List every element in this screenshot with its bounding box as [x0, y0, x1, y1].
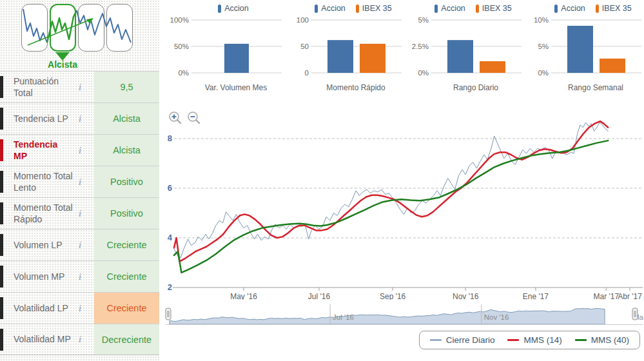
price-chart-legend: Cierre DiarioMMS (14)MMS (40) — [419, 331, 640, 349]
indicator-row: Momento Total LentoiPositivo — [0, 166, 159, 197]
legend-item[interactable]: IBEX 35 — [596, 4, 632, 13]
indicator-value: Creciente — [94, 229, 159, 260]
info-icon[interactable]: i — [73, 271, 87, 282]
svg-text:Jul '16: Jul '16 — [333, 313, 354, 321]
mini-chart-title: Var. Volumen Mes — [191, 83, 280, 92]
mini-chart-title: Rango Diario — [431, 83, 520, 92]
svg-text:8: 8 — [168, 133, 172, 143]
svg-text:0%: 0% — [418, 69, 429, 77]
legend-label: Cierre Diario — [446, 335, 495, 345]
legend-item[interactable]: IBEX 35 — [356, 4, 392, 13]
trend-card-2[interactable] — [50, 4, 76, 52]
info-icon[interactable]: i — [73, 113, 87, 124]
trend-card-4[interactable] — [106, 4, 133, 52]
indicator-row: Volatilidad LPiCreciente — [0, 292, 159, 324]
info-icon[interactable]: i — [73, 82, 87, 93]
indicator-label: Tendencia LP — [14, 113, 73, 124]
price-chart[interactable]: 8642May '16Jul '16Sep '16Nov '16Ene '17M… — [164, 105, 644, 300]
legend-item[interactable]: Accion — [218, 4, 249, 13]
legend-label: MMS (40) — [591, 335, 629, 345]
svg-text:Nov '16: Nov '16 — [484, 313, 509, 321]
bar-accion — [224, 44, 249, 73]
range-navigator[interactable]: Jul '16Nov '16Ma — [164, 303, 644, 329]
svg-text:6: 6 — [168, 183, 172, 193]
legend-item-mms14[interactable]: MMS (14) — [507, 335, 561, 345]
svg-text:0%: 0% — [178, 69, 189, 77]
row-accent-bar — [0, 329, 3, 351]
row-accent-bar — [0, 108, 3, 130]
indicator-row: Tendencia MPiAlcista — [0, 134, 159, 166]
row-accent-bar — [0, 202, 3, 224]
indicator-value: Alcista — [94, 103, 159, 134]
row-accent-bar — [0, 234, 3, 256]
svg-text:Abr '17: Abr '17 — [618, 292, 642, 300]
legend-item[interactable]: Accion — [434, 4, 465, 13]
svg-text:0: 0 — [305, 69, 309, 77]
mini-chart-legend: AccionIBEX 35 — [524, 1, 644, 15]
zoom-out-button[interactable] — [187, 111, 201, 125]
bar-accion — [567, 26, 593, 73]
indicator-row: Volumen MPiCreciente — [0, 260, 159, 292]
info-icon[interactable]: i — [73, 208, 87, 219]
indicator-label: Momento Total Rápido — [14, 202, 73, 225]
legend-item[interactable]: Accion — [315, 4, 346, 13]
svg-text:10%: 10% — [534, 16, 549, 24]
trend-card-3[interactable] — [78, 4, 104, 52]
navigator-right-handle[interactable] — [632, 308, 638, 320]
legend-item[interactable]: IBEX 35 — [476, 4, 512, 13]
info-icon[interactable]: i — [73, 240, 87, 251]
legend-item-mms40[interactable]: MMS (40) — [575, 335, 629, 345]
trend-card-1[interactable] — [21, 4, 48, 52]
legend-label: MMS (14) — [523, 335, 561, 345]
indicator-row: Puntuación Totali9,5 — [0, 71, 159, 102]
svg-text:Mar '17: Mar '17 — [593, 292, 619, 300]
legend-item[interactable]: Accion — [554, 4, 585, 13]
svg-text:4: 4 — [168, 233, 173, 242]
svg-text:50: 50 — [300, 43, 309, 50]
bar-accion — [447, 40, 473, 73]
mini-chart-momento_rapido: AccionIBEX 35100500Momento Rápido — [284, 1, 404, 92]
indicator-table: Puntuación Totali9,5Tendencia LPiAlcista… — [0, 71, 159, 355]
indicator-value: 9,5 — [94, 72, 159, 102]
row-accent-bar — [0, 76, 3, 98]
indicator-row: Tendencia LPiAlcista — [0, 102, 159, 134]
series-mms14 — [174, 121, 608, 262]
legend-swatch-icon — [430, 339, 442, 341]
bar-ibex-35 — [360, 44, 385, 73]
info-icon[interactable]: i — [73, 303, 87, 314]
svg-text:5%: 5% — [538, 43, 549, 50]
series-mms40 — [174, 141, 608, 273]
trend-state-selector[interactable]: Alcista — [0, 0, 159, 71]
svg-text:100%: 100% — [170, 16, 189, 24]
svg-text:50%: 50% — [174, 43, 189, 50]
zoom-in-button[interactable] — [168, 111, 182, 125]
mini-chart-title: Rango Semanal — [551, 83, 640, 92]
indicator-value: Creciente — [94, 293, 159, 324]
accion-swatch-icon — [554, 5, 558, 13]
svg-text:5%: 5% — [418, 16, 429, 24]
svg-text:May '16: May '16 — [230, 292, 257, 300]
svg-text:2: 2 — [168, 282, 172, 292]
row-accent-bar — [0, 139, 3, 161]
navigator-left-handle[interactable] — [166, 308, 171, 320]
info-icon[interactable]: i — [73, 334, 87, 345]
legend-label: IBEX 35 — [482, 4, 512, 13]
bar-ibex-35 — [480, 61, 505, 73]
info-icon[interactable]: i — [73, 145, 87, 156]
ibex-swatch-icon — [596, 5, 599, 13]
bar-ibex-35 — [600, 59, 625, 73]
indicator-row: Momento Total RápidoiPositivo — [0, 197, 159, 229]
indicator-label: Volatilidad MP — [14, 333, 73, 345]
svg-text:Jul '16: Jul '16 — [308, 292, 331, 300]
indicator-label: Puntuación Total — [14, 75, 73, 99]
indicator-label: Tendencia MP — [14, 139, 73, 162]
legend-label: IBEX 35 — [362, 4, 392, 13]
info-icon[interactable]: i — [73, 177, 87, 188]
accion-swatch-icon — [315, 5, 318, 13]
legend-label: IBEX 35 — [602, 4, 632, 13]
charts-panel: Accion100%50%0%Var. Volumen MesAccionIBE… — [159, 0, 644, 361]
legend-item-cierrediario[interactable]: Cierre Diario — [430, 335, 495, 345]
mini-chart-legend: Accion — [164, 1, 284, 15]
indicator-value: Creciente — [94, 261, 159, 292]
row-accent-bar — [0, 171, 3, 193]
